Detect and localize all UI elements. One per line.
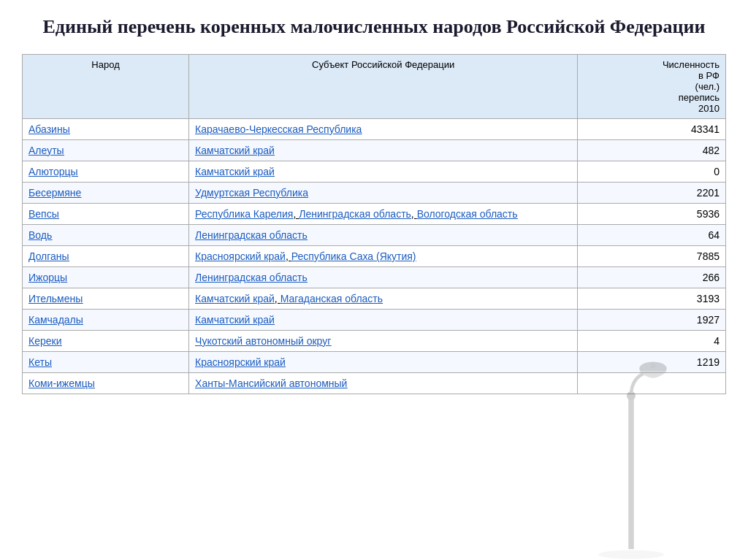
cell-narod[interactable]: Ижорцы xyxy=(23,266,189,288)
cell-narod[interactable]: Коми-ижемцы xyxy=(23,372,189,394)
cell-count: 1219 xyxy=(578,351,726,372)
cell-narod[interactable]: Ительмены xyxy=(23,288,189,309)
cell-subject[interactable]: Ленинградская область xyxy=(189,266,578,288)
table-row: ВодьЛенинградская область64 xyxy=(23,224,726,245)
cell-narod[interactable]: Кеты xyxy=(23,351,189,372)
cell-count: 4 xyxy=(578,330,726,351)
svg-rect-0 xyxy=(628,396,634,549)
cell-narod[interactable]: Камчадалы xyxy=(23,309,189,330)
table-row: АлюторцыКамчатский край0 xyxy=(23,161,726,182)
cell-subject[interactable]: Красноярский край, Республика Саха (Якут… xyxy=(189,245,578,266)
cell-count: 7885 xyxy=(578,245,726,266)
col-header-narod: Народ xyxy=(23,54,189,118)
cell-count: 482 xyxy=(578,139,726,161)
main-table: Народ Субъект Российской Федерации Числе… xyxy=(22,54,726,394)
table-row: КерекиЧукотский автономный округ4 xyxy=(23,330,726,351)
table-row: БесермянеУдмуртская Республика2201 xyxy=(23,182,726,203)
cell-subject[interactable]: Камчатский край xyxy=(189,139,578,161)
table-row: ИжорцыЛенинградская область266 xyxy=(23,266,726,288)
cell-subject[interactable]: Камчатский край xyxy=(189,309,578,330)
table-row: ВепсыРеспублика Карелия, Ленинградская о… xyxy=(23,203,726,224)
cell-subject[interactable]: Красноярский край xyxy=(189,351,578,372)
cell-narod[interactable]: Долганы xyxy=(23,245,189,266)
cell-narod[interactable]: Бесермяне xyxy=(23,182,189,203)
cell-narod[interactable]: Вепсы xyxy=(23,203,189,224)
cell-narod[interactable]: Алюторцы xyxy=(23,161,189,182)
table-row: КамчадалыКамчатский край1927 xyxy=(23,309,726,330)
cell-narod[interactable]: Алеуты xyxy=(23,139,189,161)
cell-subject[interactable]: Ленинградская область xyxy=(189,224,578,245)
cell-count: 1927 xyxy=(578,309,726,330)
cell-subject[interactable]: Камчатский край xyxy=(189,161,578,182)
page-title: Единый перечень коренных малочисленных н… xyxy=(22,15,726,39)
cell-subject[interactable]: Удмуртская Республика xyxy=(189,182,578,203)
cell-narod[interactable]: Водь xyxy=(23,224,189,245)
col-header-count: Численностьв РФ(чел.)перепись2010 xyxy=(578,54,726,118)
table-header-row: Народ Субъект Российской Федерации Числе… xyxy=(23,54,726,118)
svg-point-4 xyxy=(598,551,664,559)
cell-subject[interactable]: Камчатский край, Магаданская область xyxy=(189,288,578,309)
cell-count: 2201 xyxy=(578,182,726,203)
cell-count: 266 xyxy=(578,266,726,288)
cell-narod[interactable]: Кереки xyxy=(23,330,189,351)
cell-count: 5936 xyxy=(578,203,726,224)
cell-subject[interactable]: Ханты-Мансийский автономный xyxy=(189,372,578,394)
table-row: АбазиныКарачаево-Черкесская Республика43… xyxy=(23,118,726,139)
table-row: АлеутыКамчатский край482 xyxy=(23,139,726,161)
cell-count: 43341 xyxy=(578,118,726,139)
table-row: КетыКрасноярский край1219 xyxy=(23,351,726,372)
table-row: ИтельменыКамчатский край, Магаданская об… xyxy=(23,288,726,309)
cell-count xyxy=(578,372,726,394)
table-row: Коми-ижемцыХанты-Мансийский автономный xyxy=(23,372,726,394)
page-container: Единый перечень коренных малочисленных н… xyxy=(0,0,748,560)
cell-count: 3193 xyxy=(578,288,726,309)
cell-count: 64 xyxy=(578,224,726,245)
cell-subject[interactable]: Чукотский автономный округ xyxy=(189,330,578,351)
col-header-subject: Субъект Российской Федерации xyxy=(189,54,578,118)
cell-count: 0 xyxy=(578,161,726,182)
cell-subject[interactable]: Республика Карелия, Ленинградская област… xyxy=(189,203,578,224)
cell-subject[interactable]: Карачаево-Черкесская Республика xyxy=(189,118,578,139)
cell-narod[interactable]: Абазины xyxy=(23,118,189,139)
table-row: ДолганыКрасноярский край, Республика Сах… xyxy=(23,245,726,266)
